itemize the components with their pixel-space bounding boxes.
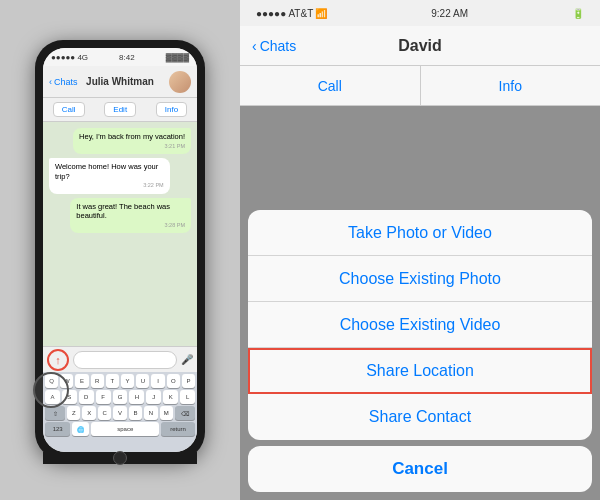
carrier-signal: ●●●●● 4G bbox=[51, 53, 88, 62]
call-button[interactable]: Call bbox=[53, 102, 85, 117]
left-iphone-panel: ●●●●● 4G 8:42 ▓▓▓▓ ‹ Chats Julia Whitman… bbox=[0, 0, 240, 500]
key-f[interactable]: F bbox=[96, 390, 111, 404]
key-j[interactable]: J bbox=[146, 390, 161, 404]
iphone-screen: ●●●●● 4G 8:42 ▓▓▓▓ ‹ Chats Julia Whitman… bbox=[43, 48, 197, 452]
back-chevron-icon: ‹ bbox=[49, 77, 52, 87]
home-button[interactable] bbox=[113, 451, 127, 465]
chat-title: Julia Whitman bbox=[86, 76, 154, 87]
action-choose-video[interactable]: Choose Existing Video bbox=[248, 302, 592, 348]
right-back-chevron-icon: ‹ bbox=[252, 38, 257, 54]
key-delete[interactable]: ⌫ bbox=[175, 406, 195, 420]
iphone-nav-bar: ‹ Chats Julia Whitman bbox=[43, 66, 197, 98]
key-i[interactable]: I bbox=[151, 374, 164, 388]
right-status-bar: ●●●●● AT&T 📶 9:22 AM 🔋 bbox=[240, 0, 600, 26]
message-bubble-1: Hey, I'm back from my vacation! 3:21 PM bbox=[73, 128, 191, 154]
right-nav-title: David bbox=[398, 37, 442, 55]
key-d[interactable]: D bbox=[79, 390, 94, 404]
right-back-button[interactable]: ‹ Chats bbox=[252, 38, 296, 54]
input-bar: ↑ 🎤 bbox=[43, 346, 197, 372]
keyboard-row-3: ⇧ Z X C V B N M ⌫ bbox=[45, 406, 195, 420]
key-l[interactable]: L bbox=[180, 390, 195, 404]
keyboard-row-4: 123 🌐 space return bbox=[45, 422, 195, 436]
mic-icon: 🎤 bbox=[181, 354, 193, 365]
key-t[interactable]: T bbox=[106, 374, 119, 388]
key-y[interactable]: Y bbox=[121, 374, 134, 388]
action-take-photo[interactable]: Take Photo or Video bbox=[248, 210, 592, 256]
back-label: Chats bbox=[54, 77, 78, 87]
right-battery-icon: 🔋 bbox=[572, 8, 584, 19]
key-p[interactable]: P bbox=[182, 374, 195, 388]
key-u[interactable]: U bbox=[136, 374, 149, 388]
key-z[interactable]: Z bbox=[67, 406, 80, 420]
battery-icon: ▓▓▓▓ bbox=[166, 53, 189, 62]
keyboard: Q W E R T Y U I O P A S D F G H bbox=[43, 372, 197, 452]
key-n[interactable]: N bbox=[144, 406, 157, 420]
key-q[interactable]: Q bbox=[45, 374, 58, 388]
key-r[interactable]: R bbox=[91, 374, 104, 388]
message-bubble-2: Welcome home! How was your trip? 3:22 PM bbox=[49, 158, 170, 194]
iphone-device: ●●●●● 4G 8:42 ▓▓▓▓ ‹ Chats Julia Whitman… bbox=[35, 40, 205, 460]
key-o[interactable]: O bbox=[167, 374, 180, 388]
key-shift[interactable]: ⇧ bbox=[45, 406, 65, 420]
avatar bbox=[169, 71, 191, 93]
key-b[interactable]: B bbox=[129, 406, 142, 420]
right-call-button[interactable]: Call bbox=[240, 66, 421, 105]
iphone-time: 8:42 bbox=[119, 53, 135, 62]
key-a[interactable]: A bbox=[45, 390, 60, 404]
right-nav-bar: ‹ Chats David bbox=[240, 26, 600, 66]
action-cancel-button[interactable]: Cancel bbox=[248, 446, 592, 492]
message-input[interactable] bbox=[73, 351, 177, 369]
action-sheet-group: Take Photo or Video Choose Existing Phot… bbox=[248, 210, 592, 440]
action-share-location[interactable]: Share Location bbox=[248, 348, 592, 394]
action-sheet-backdrop: Take Photo or Video Choose Existing Phot… bbox=[240, 106, 600, 500]
wifi-icon: 📶 bbox=[315, 8, 327, 19]
key-x[interactable]: X bbox=[82, 406, 95, 420]
action-choose-photo[interactable]: Choose Existing Photo bbox=[248, 256, 592, 302]
message-time: 3:22 PM bbox=[55, 182, 164, 189]
right-carrier: ●●●●● AT&T bbox=[256, 8, 313, 19]
right-back-label: Chats bbox=[260, 38, 297, 54]
iphone-home-area bbox=[43, 452, 197, 464]
right-info-button[interactable]: Info bbox=[421, 66, 601, 105]
message-text: Hey, I'm back from my vacation! bbox=[79, 132, 185, 141]
message-bubble-3: It was great! The beach was beautiful. 3… bbox=[70, 198, 191, 234]
message-time: 3:28 PM bbox=[76, 222, 185, 229]
right-time: 9:22 AM bbox=[431, 8, 468, 19]
key-v[interactable]: V bbox=[113, 406, 126, 420]
key-return[interactable]: return bbox=[161, 422, 195, 436]
message-time: 3:21 PM bbox=[79, 143, 185, 150]
iphone-status-bar: ●●●●● 4G 8:42 ▓▓▓▓ bbox=[43, 48, 197, 66]
keyboard-row-2: A S D F G H J K L bbox=[45, 390, 195, 404]
upload-button[interactable]: ↑ bbox=[47, 349, 69, 371]
message-text: Welcome home! How was your trip? bbox=[55, 162, 158, 181]
key-s[interactable]: S bbox=[62, 390, 77, 404]
edit-button[interactable]: Edit bbox=[104, 102, 136, 117]
key-g[interactable]: G bbox=[113, 390, 128, 404]
key-space[interactable]: space bbox=[91, 422, 159, 436]
back-button[interactable]: ‹ Chats bbox=[49, 77, 78, 87]
right-panel: ●●●●● AT&T 📶 9:22 AM 🔋 ‹ Chats David Cal… bbox=[240, 0, 600, 500]
key-h[interactable]: H bbox=[129, 390, 144, 404]
right-action-bar: Call Info bbox=[240, 66, 600, 106]
info-button[interactable]: Info bbox=[156, 102, 187, 117]
key-c[interactable]: C bbox=[98, 406, 111, 420]
key-numbers[interactable]: 123 bbox=[45, 422, 70, 436]
message-text: It was great! The beach was beautiful. bbox=[76, 202, 170, 221]
action-share-contact[interactable]: Share Contact bbox=[248, 394, 592, 440]
key-m[interactable]: M bbox=[160, 406, 173, 420]
status-left: ●●●●● AT&T 📶 bbox=[256, 8, 327, 19]
keyboard-row-1: Q W E R T Y U I O P bbox=[45, 374, 195, 388]
key-k[interactable]: K bbox=[163, 390, 178, 404]
key-globe[interactable]: 🌐 bbox=[72, 422, 89, 436]
chat-area: Hey, I'm back from my vacation! 3:21 PM … bbox=[43, 122, 197, 346]
action-bar: Call Edit Info bbox=[43, 98, 197, 122]
key-e[interactable]: E bbox=[75, 374, 88, 388]
key-w[interactable]: W bbox=[60, 374, 73, 388]
